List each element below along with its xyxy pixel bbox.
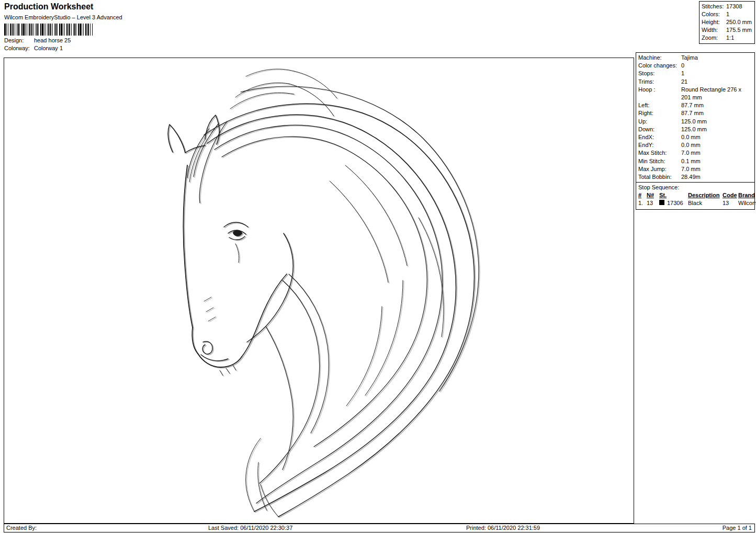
machine-value: 0.0 mm xyxy=(681,133,752,141)
stop-code: 13 xyxy=(723,199,738,207)
stop-brand: Wilcom xyxy=(738,199,756,207)
machine-label: Stops: xyxy=(638,70,681,77)
stop-n: 13 xyxy=(647,199,659,207)
machine-row: EndY:0.0 mm xyxy=(638,141,752,149)
stat-value: 1 xyxy=(726,10,752,18)
stat-value: 17308 xyxy=(726,3,752,10)
machine-value: 28.49m xyxy=(681,173,752,181)
machine-row: Max Jump:7.0 mm xyxy=(638,165,752,173)
machine-label: Max Stitch: xyxy=(638,149,681,157)
machine-row: Min Stitch:0.1 mm xyxy=(638,157,752,165)
stop-sequence-section: Stop Sequence: # N# St. Description Code… xyxy=(636,182,754,209)
machine-row: Left:87.7 mm xyxy=(638,101,752,109)
machine-row: Max Stitch:7.0 mm xyxy=(638,149,752,157)
footer-page-number: Page 1 of 1 xyxy=(723,525,752,531)
machine-label: Total Bobbin: xyxy=(638,173,681,181)
design-value: head horse 25 xyxy=(34,37,71,43)
stat-label: Width: xyxy=(702,26,726,34)
stat-row: Height:250.0 mm xyxy=(702,18,752,26)
machine-value: 87.7 mm xyxy=(681,101,752,109)
machine-label: Trims: xyxy=(638,78,681,86)
machine-info-panel: Machine:Tajima Color changes:0 Stops:1 T… xyxy=(636,52,755,210)
design-row: Design: head horse 25 xyxy=(4,37,71,43)
machine-row: Color changes:0 xyxy=(638,62,752,70)
stat-value: 175.5 mm xyxy=(726,26,752,34)
design-label: Design: xyxy=(4,37,34,43)
machine-value: 1 xyxy=(681,70,752,77)
machine-value: 21 xyxy=(681,78,752,86)
stat-label: Stitches: xyxy=(702,3,726,10)
col-description: Description xyxy=(688,191,723,199)
stat-label: Zoom: xyxy=(702,34,726,42)
machine-value: 125.0 mm xyxy=(681,126,752,133)
machine-value: 0.0 mm xyxy=(681,141,752,149)
stop-sequence-header-row: # N# St. Description Code Brand xyxy=(638,191,752,199)
machine-value: Round Rectangle 276 x 201 mm xyxy=(681,86,752,101)
stop-num: 1. xyxy=(638,199,647,207)
machine-row: Up:125.0 mm xyxy=(638,118,752,126)
stop-description: Black xyxy=(688,199,723,207)
machine-row: EndX:0.0 mm xyxy=(638,133,752,141)
stat-row: Stitches:17308 xyxy=(702,3,752,10)
machine-label: Color changes: xyxy=(638,62,681,70)
machine-value: 87.7 mm xyxy=(681,109,752,117)
footer-created-by: Created By: xyxy=(6,525,37,531)
stat-label: Colors: xyxy=(702,10,726,18)
machine-label: Hoop : xyxy=(638,86,681,101)
machine-row: Machine:Tajima xyxy=(638,54,752,62)
machine-label: Up: xyxy=(638,118,681,126)
machine-label: Down: xyxy=(638,126,681,133)
machine-label: Machine: xyxy=(638,54,681,62)
footer-printed: Printed: 06/11/2020 22:31:59 xyxy=(466,525,540,531)
machine-row: Stops:1 xyxy=(638,70,752,77)
machine-row: Total Bobbin:28.49m xyxy=(638,173,752,181)
col-num: # xyxy=(638,191,647,199)
machine-label: Min Stitch: xyxy=(638,157,681,165)
footer-bar: Created By: Last Saved: 06/11/2020 22:30… xyxy=(4,524,755,532)
horse-head-sketch xyxy=(157,61,487,521)
colorway-row: Colorway: Colorway 1 xyxy=(4,45,63,51)
thread-color-swatch xyxy=(659,199,667,207)
stat-row: Colors:1 xyxy=(702,10,752,18)
design-preview-area xyxy=(4,58,634,524)
col-code: Code xyxy=(723,191,738,199)
colorway-label: Colorway: xyxy=(4,45,34,51)
machine-value: 7.0 mm xyxy=(681,149,752,157)
col-n: N# xyxy=(647,191,659,199)
app-subtitle: Wilcom EmbroideryStudio – Level 3 Advanc… xyxy=(4,14,122,20)
col-brand: Brand xyxy=(738,191,755,199)
machine-row: Trims:21 xyxy=(638,78,752,86)
machine-label: Max Jump: xyxy=(638,165,681,173)
machine-row: Right:87.7 mm xyxy=(638,109,752,117)
stop-sequence-title: Stop Sequence: xyxy=(638,184,752,191)
stat-value: 250.0 mm xyxy=(726,18,752,26)
machine-row: Down:125.0 mm xyxy=(638,126,752,133)
machine-label: Right: xyxy=(638,109,681,117)
col-st: St. xyxy=(659,191,688,199)
machine-value: 125.0 mm xyxy=(681,118,752,126)
colorway-value: Colorway 1 xyxy=(34,45,63,51)
machine-value: 0.1 mm xyxy=(681,157,752,165)
machine-value: 0 xyxy=(681,62,752,70)
machine-label: EndY: xyxy=(638,141,681,149)
machine-label: Left: xyxy=(638,101,681,109)
stop-st: 17306 xyxy=(667,199,688,207)
stop-sequence-row: 1. 13 17306 Black 13 Wilcom xyxy=(638,199,752,207)
stats-box: Stitches:17308 Colors:1 Height:250.0 mm … xyxy=(699,1,755,44)
stat-label: Height: xyxy=(702,18,726,26)
footer-last-saved: Last Saved: 06/11/2020 22:30:37 xyxy=(208,525,292,531)
stat-value: 1:1 xyxy=(726,34,752,42)
design-barcode xyxy=(4,24,101,36)
stat-row: Zoom:1:1 xyxy=(702,34,752,42)
page-title: Production Worksheet xyxy=(4,2,93,12)
stat-row: Width:175.5 mm xyxy=(702,26,752,34)
machine-row: Hoop :Round Rectangle 276 x 201 mm xyxy=(638,86,752,101)
machine-value: Tajima xyxy=(681,54,752,62)
machine-label: EndX: xyxy=(638,133,681,141)
machine-value: 7.0 mm xyxy=(681,165,752,173)
